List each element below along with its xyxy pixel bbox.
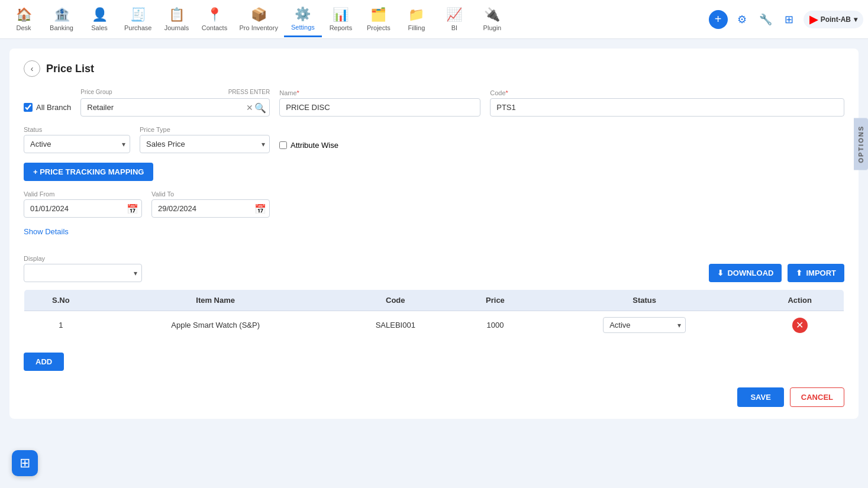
status-select[interactable]: Active Inactive bbox=[24, 135, 130, 153]
help-icon[interactable]: ⚙ bbox=[733, 10, 751, 29]
name-label: Name* bbox=[279, 89, 480, 96]
price-list-table: S.No Item Name Code Price Status Action … bbox=[24, 289, 844, 340]
status-select-wrapper: Active Inactive ▾ bbox=[24, 135, 130, 153]
display-select-wrapper: Option 1 ▾ bbox=[24, 264, 142, 282]
col-code: Code bbox=[334, 290, 457, 311]
footer-row: SAVE CANCEL bbox=[24, 383, 844, 407]
price-tracking-mapping-button[interactable]: + PRICE TRACKING MAPPING bbox=[24, 163, 153, 181]
nav-label-banking: Banking bbox=[50, 24, 73, 31]
valid-from-input[interactable]: 01/01/2024 bbox=[24, 199, 142, 218]
form-row-2: Status Active Inactive ▾ Price Type Sale… bbox=[24, 126, 844, 153]
row-status-wrapper: ActiveInactive ▾ bbox=[603, 317, 686, 333]
reports-icon: 📊 bbox=[333, 7, 349, 22]
nav-item-journals[interactable]: 📋 Journals bbox=[157, 2, 195, 37]
table-row: 1 Apple Smart Watch (S&P) SALEBI001 1000… bbox=[24, 311, 844, 340]
display-label: Display bbox=[24, 255, 142, 262]
nav-item-projects[interactable]: 🗂️ Projects bbox=[360, 2, 398, 37]
display-left: Display Option 1 ▾ bbox=[24, 255, 142, 282]
price-group-press-label: PRESS ENTER bbox=[228, 89, 270, 95]
top-navigation: 🏠 Desk 🏦 Banking 👤 Sales 🧾 Purchase 📋 Jo… bbox=[0, 0, 868, 39]
price-group-input[interactable] bbox=[80, 98, 270, 117]
valid-to-group: Valid To 29/02/2024 📅 bbox=[151, 190, 270, 218]
nav-item-reports[interactable]: 📊 Reports bbox=[322, 2, 360, 37]
add-button[interactable]: + bbox=[709, 10, 728, 29]
all-branch-group: All Branch bbox=[24, 103, 71, 117]
attribute-wise-checkbox[interactable] bbox=[279, 141, 287, 149]
dropdown-chevron-icon: ▾ bbox=[854, 15, 857, 24]
pro-inventory-icon: 📦 bbox=[251, 7, 267, 22]
attribute-wise-label: Attribute Wise bbox=[291, 141, 338, 150]
filling-icon: 📁 bbox=[408, 7, 424, 22]
show-details-link[interactable]: Show Details bbox=[24, 227, 69, 236]
fab-grid-icon: ⊞ bbox=[20, 455, 30, 471]
nav-item-banking[interactable]: 🏦 Banking bbox=[43, 2, 80, 37]
add-item-button[interactable]: ADD bbox=[24, 353, 64, 371]
nav-label-sales: Sales bbox=[91, 24, 108, 31]
import-label: IMPORT bbox=[806, 269, 836, 277]
nav-item-contacts[interactable]: 📍 Contacts bbox=[195, 2, 233, 37]
main-content: ‹ Price List All Branch Price Group PRES… bbox=[0, 39, 868, 488]
valid-from-calendar-icon[interactable]: 📅 bbox=[127, 203, 138, 214]
all-branch-checkbox[interactable] bbox=[24, 103, 33, 112]
col-price: Price bbox=[457, 290, 533, 311]
price-type-field-group: Price Type Sales Price Purchase Price ▾ bbox=[140, 126, 270, 153]
price-group-clear-icon[interactable]: ✕ bbox=[246, 103, 253, 112]
col-action: Action bbox=[756, 290, 844, 311]
valid-to-wrapper: 29/02/2024 📅 bbox=[151, 199, 270, 218]
all-branch-label: All Branch bbox=[36, 103, 71, 112]
col-sno: S.No bbox=[24, 290, 98, 311]
grid-icon[interactable]: ⊞ bbox=[780, 10, 799, 29]
cell-action: ✕ bbox=[756, 311, 844, 340]
price-type-select-wrapper: Sales Price Purchase Price ▾ bbox=[140, 135, 270, 153]
price-type-label: Price Type bbox=[140, 126, 270, 133]
nav-item-pro-inventory[interactable]: 📦 Pro Inventory bbox=[233, 2, 283, 37]
status-field-group: Status Active Inactive ▾ bbox=[24, 126, 130, 153]
options-sidebar[interactable]: OPTIONS bbox=[854, 118, 868, 170]
row-status-select[interactable]: ActiveInactive bbox=[603, 317, 686, 333]
desk-icon: 🏠 bbox=[16, 7, 32, 22]
brand-badge[interactable]: ▶ Point-AB ▾ bbox=[804, 11, 863, 28]
nav-item-purchase[interactable]: 🧾 Purchase bbox=[118, 2, 157, 37]
form-row-1: All Branch Price Group PRESS ENTER ✕ 🔍 N… bbox=[24, 89, 844, 117]
display-select[interactable]: Option 1 bbox=[24, 264, 142, 282]
brand-label: Point-AB bbox=[821, 15, 851, 24]
cell-code: SALEBI001 bbox=[334, 311, 457, 340]
tracking-row: + PRICE TRACKING MAPPING bbox=[24, 163, 844, 181]
settings-gear-icon[interactable]: 🔧 bbox=[756, 10, 775, 29]
nav-item-settings[interactable]: ⚙️ Settings bbox=[284, 2, 322, 37]
nav-item-sales[interactable]: 👤 Sales bbox=[80, 2, 118, 37]
nav-label-pro-inventory: Pro Inventory bbox=[239, 24, 277, 31]
col-status: Status bbox=[533, 290, 756, 311]
valid-to-calendar-icon[interactable]: 📅 bbox=[254, 203, 266, 214]
nav-item-desk[interactable]: 🏠 Desk bbox=[5, 2, 43, 37]
import-button[interactable]: ⬆ IMPORT bbox=[788, 264, 844, 282]
price-group-search-icon[interactable]: 🔍 bbox=[254, 102, 266, 113]
all-branch-checkbox-group: All Branch bbox=[24, 103, 71, 112]
back-button[interactable]: ‹ bbox=[24, 60, 40, 77]
download-button[interactable]: ⬇ DOWNLOAD bbox=[709, 264, 782, 282]
plugin-icon: 🔌 bbox=[484, 7, 500, 22]
settings-icon: ⚙️ bbox=[295, 7, 311, 22]
valid-to-input[interactable]: 29/02/2024 bbox=[151, 199, 270, 218]
import-icon: ⬆ bbox=[796, 269, 802, 277]
nav-item-plugin[interactable]: 🔌 Plugin bbox=[473, 2, 511, 37]
price-list-card: ‹ Price List All Branch Price Group PRES… bbox=[9, 49, 859, 419]
nav-item-bi[interactable]: 📈 BI bbox=[435, 2, 473, 37]
attribute-wise-checkbox-group: Attribute Wise bbox=[279, 137, 338, 150]
cell-price: 1000 bbox=[457, 311, 533, 340]
delete-row-button[interactable]: ✕ bbox=[792, 318, 808, 333]
valid-to-label: Valid To bbox=[151, 190, 270, 198]
price-group-wrapper: ✕ 🔍 bbox=[80, 98, 270, 117]
cancel-button[interactable]: CANCEL bbox=[790, 387, 844, 407]
price-type-select[interactable]: Sales Price Purchase Price bbox=[140, 135, 270, 153]
save-button[interactable]: SAVE bbox=[737, 387, 783, 407]
name-input[interactable]: PRICE DISC bbox=[279, 98, 480, 117]
nav-item-filling[interactable]: 📁 Filling bbox=[398, 2, 435, 37]
fab-button[interactable]: ⊞ bbox=[12, 450, 38, 476]
code-input[interactable]: PTS1 bbox=[490, 98, 844, 117]
valid-from-group: Valid From 01/01/2024 📅 bbox=[24, 190, 142, 218]
cell-sno: 1 bbox=[24, 311, 98, 340]
nav-label-projects: Projects bbox=[367, 24, 391, 31]
valid-from-wrapper: 01/01/2024 📅 bbox=[24, 199, 142, 218]
youtube-icon: ▶ bbox=[809, 13, 818, 26]
